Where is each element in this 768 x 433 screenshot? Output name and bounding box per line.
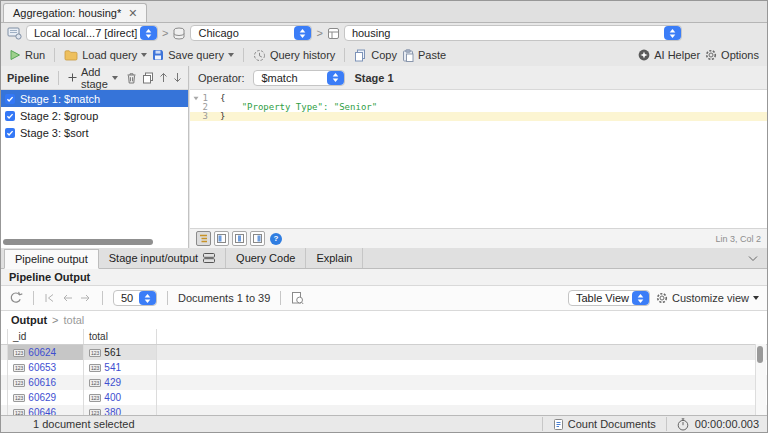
vertical-scrollbar[interactable] bbox=[755, 344, 766, 415]
stage-item-2[interactable]: Stage 2: $group bbox=[1, 107, 188, 124]
cell-id[interactable]: 12360616 bbox=[8, 375, 84, 390]
pipeline-header: Pipeline Add stage bbox=[1, 66, 188, 90]
copy-button[interactable]: Copy bbox=[354, 49, 397, 62]
plus-icon bbox=[68, 73, 77, 82]
add-stage-button[interactable]: Add stage bbox=[68, 66, 118, 90]
stage-item-3[interactable]: Stage 3: $sort bbox=[1, 124, 188, 141]
line-number: 3 bbox=[190, 112, 212, 121]
caret-down-icon[interactable] bbox=[141, 53, 147, 57]
scrollbar-thumb[interactable] bbox=[757, 346, 763, 363]
refresh-icon[interactable] bbox=[9, 291, 23, 305]
close-icon[interactable]: ✕ bbox=[128, 8, 137, 18]
load-query-label: Load query bbox=[82, 49, 137, 61]
table-row[interactable]: 12360624 123561 bbox=[1, 345, 767, 360]
count-documents-button[interactable]: Count Documents bbox=[553, 418, 656, 431]
stepper-icon[interactable] bbox=[664, 26, 681, 40]
table-row[interactable]: 12360646 123380 bbox=[1, 405, 767, 415]
help-icon[interactable]: ? bbox=[270, 233, 282, 245]
table-row[interactable]: 12360616 123429 bbox=[1, 375, 767, 390]
run-button[interactable]: Run bbox=[9, 49, 45, 61]
collection-icon bbox=[327, 27, 340, 40]
stacked-panels-icon bbox=[203, 253, 215, 263]
collection-selector[interactable]: housing bbox=[344, 25, 682, 41]
ai-helper-button[interactable]: AI Helper bbox=[638, 49, 700, 61]
output-tabbar: Pipeline output Stage input/output Query… bbox=[1, 248, 767, 269]
collapse-chevron-icon[interactable] bbox=[748, 255, 758, 262]
results-pager: 50 Documents 1 to 39 Table View Customiz… bbox=[1, 286, 767, 311]
options-label: Options bbox=[721, 49, 759, 61]
database-selector[interactable]: Chicago bbox=[190, 25, 312, 41]
column-header-id[interactable]: _id bbox=[8, 329, 84, 344]
save-query-button[interactable]: Save query bbox=[152, 49, 234, 61]
find-in-documents-icon[interactable] bbox=[291, 291, 304, 305]
tab-pipeline-output[interactable]: Pipeline output bbox=[4, 249, 99, 269]
fold-arrow-icon[interactable] bbox=[193, 96, 199, 101]
stepper-icon[interactable] bbox=[140, 26, 157, 40]
page-size-selector[interactable]: 50 bbox=[113, 290, 157, 306]
row-gutter bbox=[1, 345, 8, 360]
move-stage-up-icon[interactable] bbox=[159, 72, 168, 83]
move-stage-down-icon[interactable] bbox=[173, 72, 182, 83]
checkbox-checked-icon[interactable] bbox=[5, 128, 15, 138]
load-query-button[interactable]: Load query bbox=[64, 49, 147, 61]
cell-id[interactable]: 12360653 bbox=[8, 360, 84, 375]
tab-query-code[interactable]: Query Code bbox=[226, 248, 306, 268]
horizontal-scrollbar[interactable] bbox=[3, 239, 153, 245]
view-mode-right-icon[interactable] bbox=[250, 231, 265, 246]
delete-stage-icon[interactable] bbox=[126, 72, 137, 84]
view-mode-tree-icon[interactable] bbox=[196, 231, 211, 246]
tab-stage-input-output[interactable]: Stage input/output bbox=[99, 248, 226, 268]
view-mode-selector[interactable]: Table View bbox=[568, 290, 650, 306]
table-row[interactable]: 12360629 123400 bbox=[1, 390, 767, 405]
code-editor[interactable]: 1 { 2 "Property Type": "Senior" 3 } bbox=[190, 94, 767, 121]
cell-id[interactable]: 12360646 bbox=[8, 405, 84, 415]
cell-id[interactable]: 12360629 bbox=[8, 390, 84, 405]
stage-item-1[interactable]: Stage 1: $match bbox=[1, 90, 188, 107]
cell-value: 60646 bbox=[28, 407, 56, 415]
cell-total[interactable]: 123429 bbox=[84, 375, 157, 390]
column-header-total[interactable]: total bbox=[84, 329, 157, 344]
count-documents-label: Count Documents bbox=[568, 418, 656, 430]
caret-down-icon[interactable] bbox=[228, 53, 234, 57]
view-mode-left-icon[interactable] bbox=[214, 231, 229, 246]
query-history-button[interactable]: Query history bbox=[253, 49, 335, 62]
first-page-icon[interactable] bbox=[44, 293, 56, 303]
result-breadcrumb: Output > total bbox=[1, 311, 767, 330]
checkbox-checked-icon[interactable] bbox=[5, 94, 15, 104]
stepper-icon[interactable] bbox=[139, 291, 156, 305]
cell-total[interactable]: 123400 bbox=[84, 390, 157, 405]
cell-total[interactable]: 123561 bbox=[84, 345, 157, 360]
view-mode-center-icon[interactable] bbox=[232, 231, 247, 246]
stepper-icon[interactable] bbox=[294, 26, 311, 40]
previous-page-icon[interactable] bbox=[61, 293, 74, 303]
breadcrumb-separator: > bbox=[316, 27, 322, 39]
tab-explain[interactable]: Explain bbox=[306, 248, 363, 268]
editor-statusbar: ? Lin 3, Col 2 bbox=[190, 228, 767, 248]
duplicate-stage-icon[interactable] bbox=[142, 72, 154, 84]
customize-view-button[interactable]: Customize view bbox=[656, 292, 759, 304]
row-gutter bbox=[1, 390, 8, 405]
caret-down-icon[interactable] bbox=[753, 296, 759, 300]
paste-button[interactable]: Paste bbox=[402, 49, 446, 62]
cell-id-selected[interactable]: 12360624 bbox=[8, 345, 84, 360]
collection-name: housing bbox=[352, 27, 664, 39]
line-number: 1 bbox=[190, 94, 212, 103]
breadcrumb-root[interactable]: Output bbox=[11, 314, 47, 326]
options-button[interactable]: Options bbox=[705, 49, 759, 61]
next-page-icon[interactable] bbox=[79, 293, 92, 303]
operator-selector[interactable]: $match bbox=[253, 70, 345, 86]
stepper-icon[interactable] bbox=[632, 291, 649, 305]
database-name: Chicago bbox=[198, 27, 294, 39]
server-selector[interactable]: Local local...7 [direct] bbox=[26, 25, 158, 41]
table-row[interactable]: 12360653 123541 bbox=[1, 360, 767, 375]
history-icon bbox=[253, 49, 266, 62]
checkbox-checked-icon[interactable] bbox=[5, 111, 15, 121]
caret-down-icon[interactable] bbox=[112, 76, 118, 80]
code-line: 2 "Property Type": "Senior" bbox=[190, 103, 767, 112]
tab-aggregation-housing[interactable]: Aggregation: housing* ✕ bbox=[3, 3, 147, 22]
cell-total[interactable]: 123380 bbox=[84, 405, 157, 415]
cell-total[interactable]: 123541 bbox=[84, 360, 157, 375]
stepper-icon[interactable] bbox=[327, 71, 344, 85]
ai-sparkle-icon bbox=[638, 49, 650, 61]
paste-label: Paste bbox=[418, 49, 446, 61]
